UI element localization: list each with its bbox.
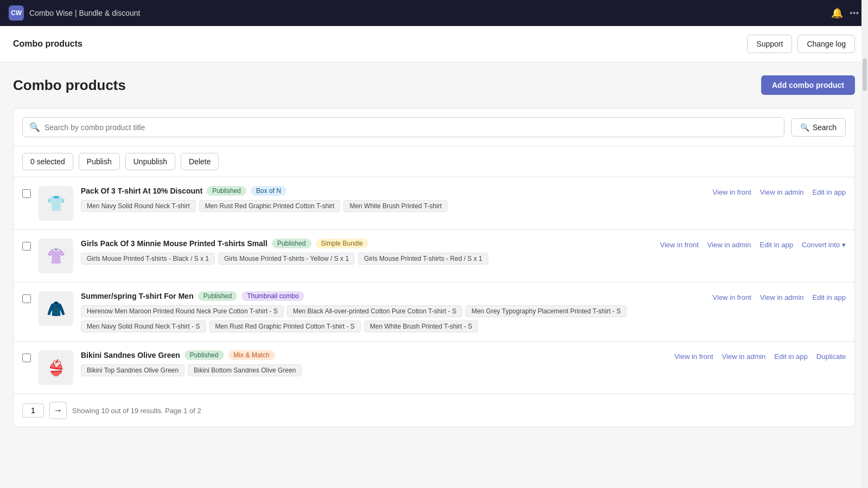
- product-image: 👚: [39, 239, 73, 273]
- delete-button[interactable]: Delete: [181, 153, 219, 170]
- row-checkbox[interactable]: [22, 189, 31, 198]
- product-badge: Published: [272, 239, 311, 248]
- unpublish-button[interactable]: Unpublish: [125, 153, 175, 170]
- row-checkbox[interactable]: [22, 354, 31, 362]
- product-name: Pack Of 3 T-shirt At 10% Discount: [81, 187, 202, 195]
- products-list: 👕Pack Of 3 T-shirt At 10% DiscountPublis…: [14, 177, 854, 394]
- view-admin-link[interactable]: View in admin: [760, 293, 804, 301]
- convert-into-button[interactable]: Convert into ▾: [802, 241, 846, 249]
- page-header: Combo products Support Change log: [0, 26, 868, 62]
- product-name: Bikini Sandnes Olive Green: [81, 351, 180, 359]
- product-badge: Published: [198, 291, 238, 301]
- row-checkbox[interactable]: [22, 294, 31, 303]
- publish-button[interactable]: Publish: [79, 153, 120, 170]
- list-item: Men White Brush Printed T-shirt: [343, 200, 448, 212]
- product-badge: Simple Bundle: [316, 239, 368, 248]
- results-text: Showing 10 out of 19 results. Page 1 of …: [72, 407, 201, 415]
- table-row: 👙Bikini Sandnes Olive GreenPublishedMix …: [14, 342, 854, 394]
- product-badge: Mix & Match: [228, 350, 275, 360]
- search-button-icon: 🔍: [800, 123, 809, 132]
- list-item: Men Black All-over-printed Cotton Pure C…: [287, 305, 462, 317]
- page-header-title: Combo products: [13, 39, 82, 49]
- app-icon: CW: [9, 5, 24, 21]
- view-admin-link[interactable]: View in admin: [722, 352, 766, 361]
- add-combo-product-button[interactable]: Add combo product: [761, 75, 855, 95]
- table-row: 👕Pack Of 3 T-shirt At 10% DiscountPublis…: [14, 177, 854, 230]
- duplicate-link[interactable]: Duplicate: [816, 352, 846, 361]
- edit-app-link[interactable]: Edit in app: [813, 188, 846, 196]
- product-image: 🧥: [39, 291, 73, 326]
- list-item: Girls Mouse Printed T-shirts - Yellow / …: [218, 253, 355, 265]
- product-info: Girls Pack Of 3 Minnie Mouse Printed T-s…: [81, 239, 652, 265]
- list-item: Herenow Men Maroon Printed Round Neck Pu…: [81, 305, 284, 317]
- view-front-link[interactable]: View in front: [660, 241, 698, 249]
- search-button[interactable]: 🔍 Search: [791, 118, 846, 137]
- product-name: Summer/spring T-shirt For Men: [81, 292, 194, 300]
- list-item: Men Grey Typography Placement Printed T-…: [465, 305, 627, 317]
- product-badge: Published: [184, 350, 224, 360]
- search-row: 🔍 🔍 Search: [14, 108, 854, 146]
- view-front-link[interactable]: View in front: [674, 352, 713, 361]
- selected-count-button[interactable]: 0 selected: [22, 153, 73, 170]
- support-button[interactable]: Support: [747, 35, 792, 53]
- search-input[interactable]: [44, 123, 777, 132]
- product-badge: Box of N: [251, 186, 286, 196]
- product-name: Girls Pack Of 3 Minnie Mouse Printed T-s…: [81, 239, 267, 248]
- product-badge: Published: [207, 186, 246, 196]
- view-admin-link[interactable]: View in admin: [760, 188, 804, 196]
- chevron-down-icon: ▾: [842, 241, 846, 249]
- edit-app-link[interactable]: Edit in app: [774, 352, 807, 361]
- search-icon: 🔍: [29, 122, 40, 132]
- search-button-label: Search: [813, 123, 837, 132]
- product-tags: Herenow Men Maroon Printed Round Neck Pu…: [81, 305, 705, 332]
- products-card: 🔍 🔍 Search 0 selected Publish Unpublish …: [13, 108, 855, 427]
- product-title-row: Summer/spring T-shirt For MenPublishedTh…: [81, 291, 705, 301]
- next-page-button[interactable]: →: [49, 402, 67, 419]
- view-front-link[interactable]: View in front: [713, 188, 751, 196]
- list-item: Girls Mouse Printed T-shirts - Black / S…: [81, 253, 215, 265]
- list-item: Girls Mouse Printed T-shirts - Red / S x…: [358, 253, 488, 265]
- view-front-link[interactable]: View in front: [713, 293, 751, 301]
- edit-app-link[interactable]: Edit in app: [813, 293, 846, 301]
- view-admin-link[interactable]: View in admin: [707, 241, 751, 249]
- row-actions: View in frontView in adminEdit in appCon…: [660, 239, 846, 249]
- product-image: 👙: [39, 350, 73, 385]
- top-bar-right: 🔔 •••: [831, 7, 859, 19]
- list-item: Men Navy Solid Round Neck T-shirt: [81, 200, 196, 212]
- product-tags: Girls Mouse Printed T-shirts - Black / S…: [81, 253, 652, 265]
- main-title-row: Combo products Add combo product: [13, 75, 855, 95]
- header-buttons: Support Change log: [747, 35, 855, 53]
- row-checkbox[interactable]: [22, 242, 31, 251]
- product-title-row: Pack Of 3 T-shirt At 10% DiscountPublish…: [81, 186, 705, 196]
- product-info: Bikini Sandnes Olive GreenPublishedMix &…: [81, 350, 667, 376]
- product-tags: Men Navy Solid Round Neck T-shirtMen Rus…: [81, 200, 705, 212]
- list-item: Bikini Top Sandnes Olive Green: [81, 364, 184, 376]
- page-title: Combo products: [13, 77, 126, 94]
- app-title: Combo Wise | Bundle & discount: [29, 9, 140, 17]
- table-footer: → Showing 10 out of 19 results. Page 1 o…: [14, 394, 854, 427]
- search-input-wrap: 🔍: [22, 117, 784, 137]
- product-title-row: Girls Pack Of 3 Minnie Mouse Printed T-s…: [81, 239, 652, 248]
- list-item: Men Rust Red Graphic Printed Cotton T-sh…: [199, 200, 341, 212]
- top-bar: CW Combo Wise | Bundle & discount 🔔 •••: [0, 0, 868, 26]
- page-input[interactable]: [22, 403, 44, 418]
- list-item: Men Navy Solid Round Neck T-shirt - S: [81, 320, 206, 332]
- row-actions: View in frontView in adminEdit in appDup…: [674, 350, 846, 361]
- list-item: Bikini Bottom Sandnes Olive Green: [188, 364, 302, 376]
- row-actions: View in frontView in adminEdit in app: [713, 291, 846, 301]
- product-image: 👕: [39, 186, 73, 221]
- list-item: Men Rust Red Graphic Printed Cotton T-sh…: [209, 320, 361, 332]
- changelog-button[interactable]: Change log: [797, 35, 855, 53]
- main-content: Combo products Add combo product 🔍 🔍 Sea…: [0, 62, 868, 440]
- product-tags: Bikini Top Sandnes Olive GreenBikini Bot…: [81, 364, 667, 376]
- bell-icon[interactable]: 🔔: [831, 7, 843, 19]
- row-actions: View in frontView in adminEdit in app: [713, 186, 846, 196]
- scrollbar-thumb[interactable]: [863, 59, 867, 91]
- more-icon[interactable]: •••: [850, 9, 859, 17]
- table-row: 🧥Summer/spring T-shirt For MenPublishedT…: [14, 282, 854, 342]
- edit-app-link[interactable]: Edit in app: [760, 241, 793, 249]
- scrollbar-track: [861, 0, 868, 440]
- list-item: Men White Brush Printed T-shirt - S: [364, 320, 478, 332]
- top-bar-left: CW Combo Wise | Bundle & discount: [9, 5, 140, 21]
- table-row: 👚Girls Pack Of 3 Minnie Mouse Printed T-…: [14, 230, 854, 282]
